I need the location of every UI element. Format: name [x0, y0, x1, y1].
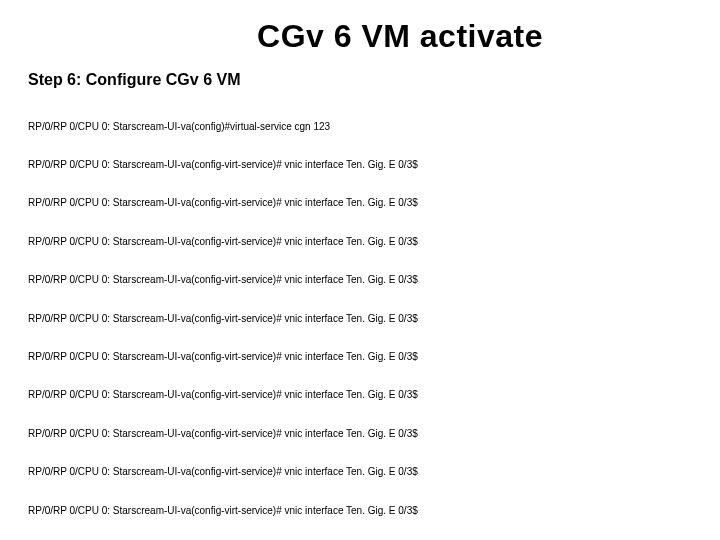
page-title: CGv 6 VM activate — [28, 18, 692, 55]
step6-heading: Step 6: Configure CGv 6 VM — [28, 71, 692, 89]
term-line: RP/0/RP 0/CPU 0: Starscream-UI-va(config… — [28, 121, 692, 134]
step6-terminal: RP/0/RP 0/CPU 0: Starscream-UI-va(config… — [28, 95, 692, 540]
term-line: RP/0/RP 0/CPU 0: Starscream-UI-va(config… — [28, 351, 692, 364]
term-line: RP/0/RP 0/CPU 0: Starscream-UI-va(config… — [28, 389, 692, 402]
term-line: RP/0/RP 0/CPU 0: Starscream-UI-va(config… — [28, 313, 692, 326]
term-line: RP/0/RP 0/CPU 0: Starscream-UI-va(config… — [28, 505, 692, 518]
slide: CGv 6 VM activate Step 6: Configure CGv … — [0, 0, 720, 540]
term-line: RP/0/RP 0/CPU 0: Starscream-UI-va(config… — [28, 466, 692, 479]
term-line: RP/0/RP 0/CPU 0: Starscream-UI-va(config… — [28, 159, 692, 172]
term-line: RP/0/RP 0/CPU 0: Starscream-UI-va(config… — [28, 197, 692, 210]
term-line: RP/0/RP 0/CPU 0: Starscream-UI-va(config… — [28, 428, 692, 441]
term-line: RP/0/RP 0/CPU 0: Starscream-UI-va(config… — [28, 274, 692, 287]
term-line: RP/0/RP 0/CPU 0: Starscream-UI-va(config… — [28, 236, 692, 249]
